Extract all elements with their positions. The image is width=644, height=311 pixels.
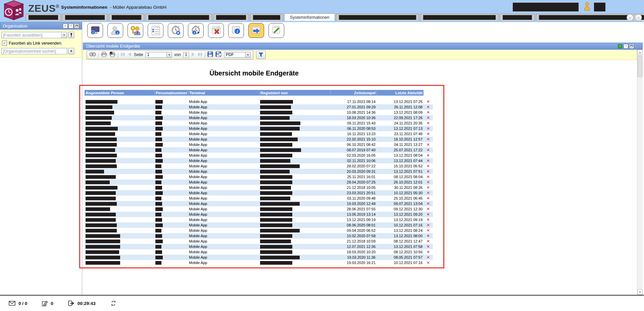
delete-device-button[interactable]: ✕ (427, 207, 430, 211)
time-status[interactable]: 00:29:43 (68, 301, 96, 306)
page-number-input[interactable]: 1 (145, 52, 167, 58)
stopwatch-info-button[interactable]: i (188, 23, 204, 38)
delete-device-button[interactable]: ✕ (427, 255, 430, 259)
export-format-select[interactable]: PDF (224, 52, 246, 58)
prev-page-button[interactable] (128, 52, 132, 57)
monitor-info-button[interactable]: i (87, 23, 103, 38)
delete-device-button[interactable]: ✕ (427, 148, 430, 152)
delete-device-button[interactable]: ✕ (427, 121, 430, 125)
panel-help2-icon[interactable]: ? (624, 44, 628, 49)
last-page-button[interactable] (198, 52, 202, 57)
delete-device-button[interactable]: ✕ (427, 110, 430, 114)
delete-device-button[interactable]: ✕ (427, 239, 430, 243)
panel-window-icon[interactable] (74, 23, 79, 29)
delete-device-button[interactable]: ✕ (427, 245, 430, 249)
delete-device-button[interactable]: ✕ (427, 116, 430, 120)
user-info-button[interactable]: i (107, 23, 123, 38)
window-info-button[interactable]: i (228, 23, 244, 38)
delete-device-button[interactable]: ✕ (427, 218, 430, 222)
tab-scroll-left-icon[interactable]: ‹ (627, 14, 634, 21)
delete-device-button[interactable]: ✕ (427, 223, 430, 227)
delete-device-button[interactable]: ✕ (427, 250, 430, 254)
col-angemeldete-person[interactable]: Angemeldete Person (85, 90, 154, 96)
delete-device-button[interactable]: ✕ (427, 169, 430, 173)
redacted-user-menu[interactable] (594, 3, 605, 11)
delete-device-button[interactable]: ✕ (427, 261, 430, 265)
col-terminal[interactable]: Terminal (188, 90, 259, 96)
terminal-cell: Mobile App (188, 196, 259, 201)
first-page-button[interactable] (120, 52, 125, 57)
scroll-up-icon[interactable]: ▲ (637, 50, 643, 55)
print-preview-button[interactable] (89, 52, 96, 58)
tab-redacted[interactable] (109, 14, 144, 21)
redaction-box (112, 15, 141, 20)
delete-device-button[interactable]: ✕ (427, 143, 430, 147)
key-user-button[interactable] (128, 23, 143, 38)
stopwatch-play-button[interactable] (168, 23, 184, 38)
scrollbar-thumb[interactable] (638, 56, 642, 77)
delete-device-button[interactable]: ✕ (427, 191, 430, 195)
refresh-button[interactable] (110, 300, 116, 306)
scroll-down-icon[interactable]: ▼ (637, 289, 643, 295)
print-current-page-button[interactable]: 1 (109, 52, 115, 58)
window-delete-button[interactable] (208, 23, 224, 38)
delete-device-button[interactable]: ✕ (427, 137, 430, 141)
tab-redacted[interactable] (145, 14, 212, 21)
delete-device-button[interactable]: ✕ (427, 212, 430, 216)
delete-device-button[interactable]: ✕ (427, 100, 430, 104)
tab-systeminformationen[interactable]: Systeminformationen (284, 13, 335, 21)
pin-button[interactable] (68, 32, 74, 38)
delete-device-button[interactable]: ✕ (427, 126, 430, 131)
col-letzte-aktivitaet[interactable]: Letzte Aktivität (377, 90, 424, 96)
favorites-link-checkbox[interactable]: ✓ (2, 41, 7, 46)
favorites-select[interactable]: [Favoriten auswählen] ▼ (1, 32, 67, 38)
table-row: Mobile App25.11.2021 16:0108.12.2021 08:… (85, 174, 433, 179)
report-scrollbar[interactable]: ▲ ▼ (637, 50, 643, 295)
format-dropdown-icon[interactable]: ▼ (245, 52, 251, 58)
chevron-down-icon[interactable]: ▼ (61, 32, 67, 38)
panel-help-icon[interactable]: ? (68, 23, 73, 29)
messages-status[interactable]: 0 / 0 (9, 301, 27, 306)
col-zeitstempel[interactable]: Zeitstempel (331, 90, 377, 96)
tab-redacted[interactable] (250, 14, 283, 21)
col-personalnummer[interactable]: Personalnummer (154, 90, 188, 96)
clear-search-button[interactable]: ✕ (68, 48, 74, 54)
delete-device-button[interactable]: ✕ (427, 132, 430, 136)
next-page-button[interactable] (191, 52, 195, 57)
delete-device-button[interactable]: ✕ (427, 180, 430, 184)
delete-device-button[interactable]: ✕ (427, 153, 430, 157)
tab-redacted[interactable] (62, 14, 108, 21)
tab-redacted[interactable] (213, 14, 249, 21)
tab-scroll-right-icon[interactable]: › (635, 14, 642, 21)
delete-device-button[interactable]: ✕ (427, 159, 430, 163)
panel-refresh-icon[interactable]: ✓ (618, 44, 623, 49)
delete-device-button[interactable]: ✕ (427, 202, 430, 206)
page-dropdown-icon[interactable]: ▼ (166, 52, 172, 58)
green-pen-button[interactable] (268, 23, 284, 38)
folder-link-button[interactable] (248, 23, 264, 38)
tab-redacted[interactable] (26, 14, 61, 21)
panel-dot-icon[interactable]: ▪ (63, 23, 68, 29)
delete-device-button[interactable]: ✕ (427, 175, 430, 179)
panel-maximize-icon[interactable] (629, 44, 634, 49)
tab-redacted[interactable] (420, 14, 499, 21)
save-button[interactable] (207, 51, 213, 58)
delete-device-button[interactable]: ✕ (427, 196, 430, 200)
col-registriert-von[interactable]: Registriert von (259, 90, 331, 96)
filter-button[interactable] (256, 51, 266, 59)
tab-redacted[interactable] (536, 14, 632, 21)
list-button[interactable] (148, 23, 163, 38)
edits-status[interactable]: 0 (42, 301, 53, 306)
delete-device-button[interactable]: ✕ (427, 234, 430, 238)
export-button[interactable] (215, 51, 222, 58)
print-button[interactable] (101, 52, 107, 58)
delete-device-button[interactable]: ✕ (427, 228, 430, 232)
terminal-cell: Mobile App (188, 158, 259, 163)
user-icon[interactable] (584, 2, 590, 12)
tab-redacted[interactable] (500, 14, 535, 21)
tab-redacted[interactable] (336, 14, 419, 21)
org-search-input[interactable]: [Organisationseinheit suchen] (1, 48, 67, 54)
delete-device-button[interactable]: ✕ (427, 186, 430, 190)
delete-device-button[interactable]: ✕ (427, 105, 430, 109)
delete-device-button[interactable]: ✕ (427, 164, 430, 168)
